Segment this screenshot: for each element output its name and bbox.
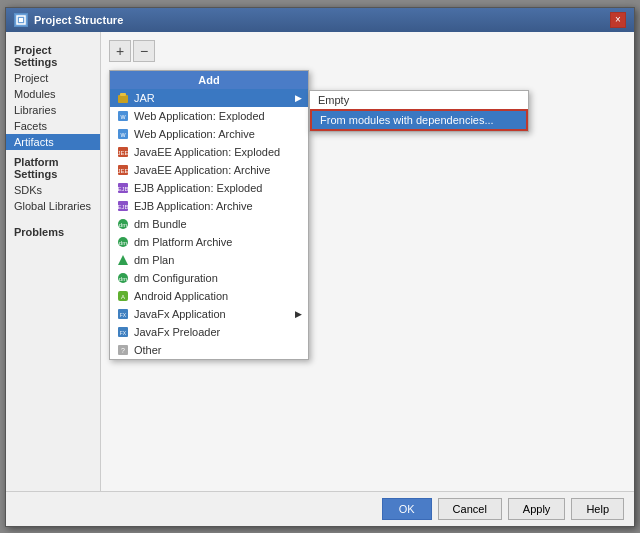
menu-item-jar[interactable]: JAR ▶ — [110, 89, 308, 107]
web-exploded-icon: w — [116, 109, 130, 123]
platform-settings-label: Platform Settings — [6, 150, 100, 182]
dropdown-header: Add — [110, 71, 308, 89]
menu-item-dm-bundle[interactable]: dm dm Bundle — [110, 215, 308, 233]
sidebar-item-facets[interactable]: Facets — [6, 118, 100, 134]
javafx-submenu-arrow: ▶ — [295, 309, 302, 319]
menu-item-javaee-archive-label: JavaEE Application: Archive — [134, 164, 270, 176]
problems-label: Problems — [6, 222, 100, 240]
menu-item-web-archive-label: Web Application: Archive — [134, 128, 255, 140]
menu-item-javaee-archive[interactable]: JEE JavaEE Application: Archive — [110, 161, 308, 179]
sidebar: Project Settings Project Modules Librari… — [6, 32, 101, 491]
javafx-preloader-icon: FX — [116, 325, 130, 339]
menu-item-web-exploded-label: Web Application: Exploded — [134, 110, 265, 122]
ejb-archive-icon: EJB — [116, 199, 130, 213]
dm-bundle-icon: dm — [116, 217, 130, 231]
dialog-footer: OK Cancel Apply Help — [6, 491, 634, 526]
sidebar-item-sdks[interactable]: SDKs — [6, 182, 100, 198]
sidebar-item-global-libraries[interactable]: Global Libraries — [6, 198, 100, 214]
jar-submenu-arrow: ▶ — [295, 93, 302, 103]
menu-item-ejb-archive[interactable]: EJB EJB Application: Archive — [110, 197, 308, 215]
dropdown-menu: Add JAR ▶ w Web Applicatio — [109, 70, 309, 360]
menu-item-ejb-exploded[interactable]: EJB EJB Application: Exploded — [110, 179, 308, 197]
javafx-app-icon: FX — [116, 307, 130, 321]
svg-text:EJB: EJB — [117, 186, 128, 192]
svg-text:dm: dm — [119, 240, 127, 246]
menu-item-dm-bundle-label: dm Bundle — [134, 218, 187, 230]
ok-button[interactable]: OK — [382, 498, 432, 520]
javaee-exploded-icon: JEE — [116, 145, 130, 159]
menu-item-ejb-exploded-label: EJB Application: Exploded — [134, 182, 262, 194]
menu-item-dm-platform-archive[interactable]: dm dm Platform Archive — [110, 233, 308, 251]
add-button[interactable]: + — [109, 40, 131, 62]
sidebar-item-libraries[interactable]: Libraries — [6, 102, 100, 118]
menu-item-web-exploded[interactable]: w Web Application: Exploded — [110, 107, 308, 125]
menu-item-javafx-preloader[interactable]: FX JavaFx Preloader — [110, 323, 308, 341]
menu-item-other-label: Other — [134, 344, 162, 356]
svg-text:w: w — [119, 131, 126, 138]
add-dropdown: Add JAR ▶ w Web Applicatio — [109, 70, 309, 360]
apply-button[interactable]: Apply — [508, 498, 566, 520]
svg-text:w: w — [119, 113, 126, 120]
menu-item-javafx-app[interactable]: FX JavaFx Application ▶ — [110, 305, 308, 323]
title-bar-left: Project Structure — [14, 13, 123, 27]
submenu-item-empty[interactable]: Empty — [310, 91, 528, 109]
toolbar: + − — [109, 40, 626, 62]
close-button[interactable]: × — [610, 12, 626, 28]
menu-item-jar-label: JAR — [134, 92, 155, 104]
svg-marker-20 — [118, 255, 128, 265]
other-icon: ? — [116, 343, 130, 357]
project-settings-label: Project Settings — [6, 40, 100, 70]
menu-item-dm-configuration[interactable]: dm dm Configuration — [110, 269, 308, 287]
menu-item-dm-plan[interactable]: dm Plan — [110, 251, 308, 269]
menu-item-javafx-app-label: JavaFx Application — [134, 308, 226, 320]
menu-item-dm-plan-label: dm Plan — [134, 254, 174, 266]
menu-item-javaee-exploded-label: JavaEE Application: Exploded — [134, 146, 280, 158]
menu-item-android[interactable]: A Android Application — [110, 287, 308, 305]
remove-button[interactable]: − — [133, 40, 155, 62]
jar-submenu: Empty From modules with dependencies... — [309, 90, 529, 132]
main-content: + − Add JAR ▶ — [101, 32, 634, 491]
cancel-button[interactable]: Cancel — [438, 498, 502, 520]
svg-text:dm: dm — [119, 222, 127, 228]
svg-text:FX: FX — [120, 330, 127, 336]
sidebar-item-artifacts[interactable]: Artifacts — [6, 134, 100, 150]
ejb-exploded-icon: EJB — [116, 181, 130, 195]
menu-item-android-label: Android Application — [134, 290, 228, 302]
dialog-title: Project Structure — [34, 14, 123, 26]
svg-text:JEE: JEE — [117, 150, 128, 156]
menu-item-javaee-exploded[interactable]: JEE JavaEE Application: Exploded — [110, 143, 308, 161]
svg-text:JEE: JEE — [117, 168, 128, 174]
sidebar-item-project[interactable]: Project — [6, 70, 100, 86]
menu-item-ejb-archive-label: EJB Application: Archive — [134, 200, 253, 212]
menu-item-dm-configuration-label: dm Configuration — [134, 272, 218, 284]
android-icon: A — [116, 289, 130, 303]
menu-item-javafx-preloader-label: JavaFx Preloader — [134, 326, 220, 338]
dm-configuration-icon: dm — [116, 271, 130, 285]
title-bar: Project Structure × — [6, 8, 634, 32]
menu-item-web-archive[interactable]: w Web Application: Archive — [110, 125, 308, 143]
svg-text:FX: FX — [120, 312, 127, 318]
menu-item-dm-platform-label: dm Platform Archive — [134, 236, 232, 248]
sidebar-item-modules[interactable]: Modules — [6, 86, 100, 102]
dialog-body: Project Settings Project Modules Librari… — [6, 32, 634, 491]
dm-platform-archive-icon: dm — [116, 235, 130, 249]
svg-text:?: ? — [121, 347, 125, 354]
svg-rect-3 — [120, 93, 126, 96]
svg-text:A: A — [121, 294, 125, 300]
javaee-archive-icon: JEE — [116, 163, 130, 177]
svg-text:EJB: EJB — [117, 204, 128, 210]
jar-icon — [116, 91, 130, 105]
help-button[interactable]: Help — [571, 498, 624, 520]
svg-rect-1 — [19, 18, 23, 22]
submenu-item-from-modules[interactable]: From modules with dependencies... — [310, 109, 528, 131]
svg-rect-2 — [118, 95, 128, 103]
svg-text:dm: dm — [119, 276, 127, 282]
menu-item-other[interactable]: ? Other — [110, 341, 308, 359]
web-archive-icon: w — [116, 127, 130, 141]
dm-plan-icon — [116, 253, 130, 267]
project-structure-dialog: Project Structure × Project Settings Pro… — [5, 7, 635, 527]
dialog-icon — [14, 13, 28, 27]
